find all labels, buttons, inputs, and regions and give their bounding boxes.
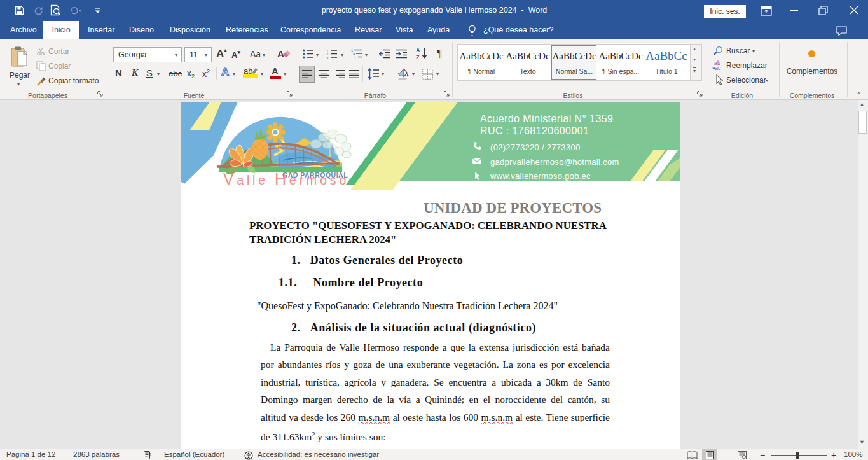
svg-text:ac: ac bbox=[715, 65, 721, 71]
svg-text:x: x bbox=[149, 452, 151, 456]
svg-text:i: i bbox=[355, 55, 355, 59]
svg-text:A: A bbox=[416, 47, 420, 53]
svg-text:3: 3 bbox=[326, 56, 329, 60]
svg-text:gadprvallehermoso@hotmail.com: gadprvallehermoso@hotmail.com bbox=[490, 157, 619, 167]
svg-text:(02)2773220 / 2773300: (02)2773220 / 2773300 bbox=[490, 143, 580, 152]
svg-text:Z: Z bbox=[416, 54, 420, 60]
svg-text:Valle Hermoso: Valle Hermoso bbox=[223, 170, 349, 188]
svg-text:RUC : 1768120600001: RUC : 1768120600001 bbox=[480, 125, 589, 136]
svg-text:Acuerdo Ministerial N° 1359: Acuerdo Ministerial N° 1359 bbox=[480, 113, 613, 124]
svg-text:www.vallehermoso.gob.ec: www.vallehermoso.gob.ec bbox=[490, 171, 591, 181]
